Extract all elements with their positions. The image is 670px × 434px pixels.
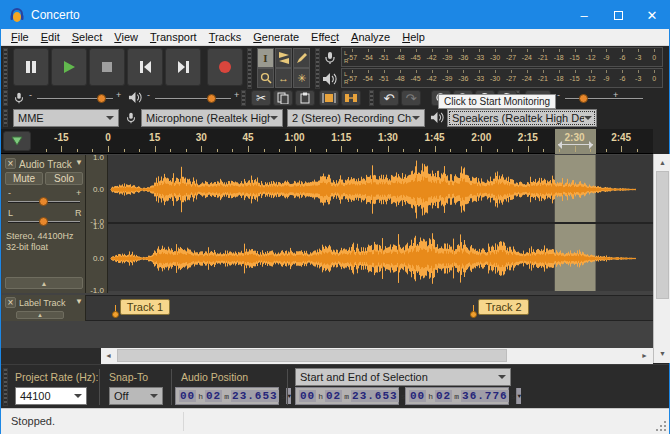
menu-view[interactable]: View bbox=[108, 30, 144, 44]
scroll-right-button[interactable]: ► bbox=[638, 349, 651, 362]
timeline-ruler[interactable]: -1501530451:001:151:301:452:002:152:302:… bbox=[1, 129, 653, 154]
label-box[interactable]: Track 1 bbox=[120, 299, 170, 315]
horizontal-scrollbar[interactable]: ◄ ► bbox=[101, 348, 653, 364]
playback-meter[interactable]: LR-57-54-51-48-45-42-39-36-33-30-27-24-2… bbox=[341, 68, 663, 88]
record-button[interactable] bbox=[207, 48, 243, 86]
label-track-close-button[interactable]: × bbox=[5, 297, 16, 308]
time-digits[interactable]: 00 bbox=[299, 390, 316, 402]
audio-track-menu-icon[interactable]: ▼ bbox=[75, 158, 83, 167]
tools-grabber[interactable] bbox=[247, 48, 252, 89]
time-digits[interactable]: 00 bbox=[409, 390, 426, 402]
recording-meter[interactable]: LR-57-54-51-48-45-42-39-36-33-30-27-24-2… bbox=[341, 47, 663, 67]
menu-select[interactable]: Select bbox=[66, 30, 109, 44]
multi-tool-button[interactable]: ✳ bbox=[293, 68, 310, 88]
menu-analyze[interactable]: Analyze bbox=[345, 30, 396, 44]
menu-generate[interactable]: Generate bbox=[247, 30, 305, 44]
output-device-select[interactable]: Speakers (Realtek High Definiti bbox=[447, 109, 597, 127]
audio-position-field[interactable]: 00h02m23.653s▼ bbox=[175, 387, 279, 405]
menu-effect[interactable]: Effect bbox=[305, 30, 345, 44]
menu-tracks[interactable]: Tracks bbox=[203, 30, 248, 44]
scroll-up-button[interactable]: ▲ bbox=[656, 156, 669, 169]
skip-to-end-button[interactable] bbox=[165, 48, 201, 86]
transport-grabber[interactable] bbox=[3, 48, 8, 89]
snap-to-select[interactable]: Off bbox=[109, 387, 163, 405]
time-digits[interactable]: 02 bbox=[435, 390, 452, 402]
device-grabber[interactable] bbox=[3, 109, 8, 127]
silence-audio-button[interactable] bbox=[341, 90, 361, 106]
undo-button[interactable]: ↶ bbox=[379, 90, 399, 106]
project-rate-select[interactable]: 44100 bbox=[15, 387, 87, 405]
audio-track-close-button[interactable]: × bbox=[5, 158, 16, 169]
copy-button[interactable] bbox=[273, 90, 293, 106]
play-button[interactable] bbox=[51, 48, 87, 86]
time-digits[interactable]: 23.653 bbox=[231, 390, 279, 402]
audio-host-select[interactable]: MME bbox=[13, 109, 119, 127]
selection-start-field[interactable]: 00h02m23.653s▼ bbox=[295, 387, 399, 405]
maximize-button[interactable] bbox=[601, 1, 635, 29]
time-digits[interactable]: 23.653 bbox=[351, 390, 399, 402]
edit-grabber[interactable] bbox=[241, 90, 246, 106]
mute-button[interactable]: Mute bbox=[5, 172, 43, 185]
label-box[interactable]: Track 2 bbox=[478, 299, 528, 315]
minimize-icon: – bbox=[580, 8, 587, 23]
selection-toolbar-grabber[interactable] bbox=[3, 368, 8, 406]
play-speed-slider[interactable] bbox=[565, 98, 643, 100]
time-format-dropdown-icon[interactable]: ▼ bbox=[516, 388, 521, 404]
play-speed-thumb[interactable] bbox=[579, 94, 588, 103]
selection-end-field[interactable]: 00h02m36.776s▼ bbox=[405, 387, 509, 405]
playback-volume-slider[interactable] bbox=[155, 98, 231, 100]
solo-button[interactable]: Solo bbox=[45, 172, 83, 185]
draw-tool-button[interactable] bbox=[293, 48, 310, 68]
menu-help[interactable]: Help bbox=[396, 30, 431, 44]
window-title: Concerto bbox=[31, 8, 80, 22]
mixer-grabber[interactable] bbox=[3, 90, 8, 106]
cut-button[interactable]: ✂ bbox=[251, 90, 271, 106]
stop-button[interactable] bbox=[89, 48, 125, 86]
minimize-button[interactable]: – bbox=[567, 1, 601, 29]
input-channels-select[interactable]: 2 (Stereo) Recording Channels bbox=[287, 109, 425, 127]
pinned-play-head-button[interactable] bbox=[3, 131, 31, 151]
pan-thumb[interactable] bbox=[39, 217, 48, 226]
label-track-area[interactable]: Track 1Track 2 bbox=[86, 295, 653, 321]
playback-meter-speaker-icon[interactable] bbox=[322, 72, 337, 86]
label-flag-icon[interactable] bbox=[112, 311, 119, 318]
trim-audio-button[interactable] bbox=[319, 90, 339, 106]
label-flag-icon[interactable] bbox=[470, 311, 477, 318]
envelope-tool-button[interactable] bbox=[275, 48, 292, 68]
recording-volume-thumb[interactable] bbox=[97, 94, 106, 103]
menu-transport[interactable]: Transport bbox=[144, 30, 203, 44]
record-meter-mic-icon[interactable] bbox=[323, 51, 337, 65]
time-digits[interactable]: 00 bbox=[179, 390, 196, 402]
meter-grabber[interactable] bbox=[315, 48, 320, 89]
selection-mode-select[interactable]: Start and End of Selection bbox=[295, 368, 511, 386]
undo-grabber[interactable] bbox=[369, 90, 374, 106]
waveform-display[interactable] bbox=[108, 155, 653, 293]
menu-file[interactable]: File bbox=[5, 30, 35, 44]
timeshift-tool-button[interactable]: ↔ bbox=[275, 68, 292, 88]
title-bar[interactable]: Concerto – ✕ bbox=[1, 1, 669, 29]
time-digits[interactable]: 36.776 bbox=[461, 390, 509, 402]
horizontal-scroll-thumb[interactable] bbox=[117, 349, 507, 362]
input-channels-value: 2 (Stereo) Recording Channels bbox=[292, 112, 412, 124]
redo-button[interactable]: ↷ bbox=[401, 90, 421, 106]
label-track-collapse-button[interactable]: ▲ bbox=[16, 311, 64, 319]
audio-track-collapse-button[interactable]: ▲ bbox=[5, 277, 83, 289]
zoom-tool-button[interactable] bbox=[257, 68, 274, 88]
input-device-select[interactable]: Microphone (Realtek High Defini bbox=[141, 109, 283, 127]
vertical-scrollbar[interactable]: ▲ ▼ bbox=[653, 154, 670, 363]
gain-thumb[interactable] bbox=[39, 197, 48, 206]
meter-tick bbox=[447, 70, 448, 73]
selection-tool-button[interactable]: I bbox=[257, 48, 274, 68]
time-digits[interactable]: 02 bbox=[325, 390, 342, 402]
menu-edit[interactable]: Edit bbox=[35, 30, 66, 44]
scroll-down-button[interactable]: ▼ bbox=[656, 346, 669, 360]
paste-button[interactable] bbox=[295, 90, 315, 106]
skip-to-start-button[interactable] bbox=[127, 48, 163, 86]
scroll-left-button[interactable]: ◄ bbox=[102, 349, 115, 362]
pause-button[interactable] bbox=[13, 48, 49, 86]
label-track-menu-icon[interactable]: ▼ bbox=[75, 297, 83, 306]
vertical-scroll-thumb[interactable] bbox=[656, 171, 669, 299]
close-button[interactable]: ✕ bbox=[635, 1, 669, 29]
playback-volume-thumb[interactable] bbox=[207, 94, 216, 103]
time-digits[interactable]: 02 bbox=[205, 390, 222, 402]
